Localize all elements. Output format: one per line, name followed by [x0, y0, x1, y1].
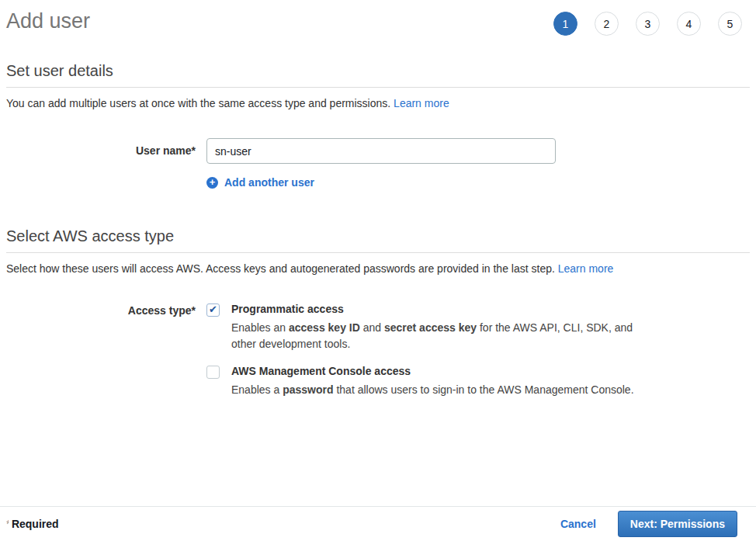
step-4-badge: 4 [677, 12, 701, 36]
desc-bold: secret access key [384, 321, 477, 334]
access-type-section: Select AWS access type Select how these … [6, 227, 750, 398]
access-type-intro: Select how these users will access AWS. … [6, 262, 750, 275]
next-permissions-button[interactable]: Next: Permissions [618, 511, 737, 537]
wizard-step-indicator: 1 2 3 4 5 [553, 9, 742, 36]
console-access-title: AWS Management Console access [231, 365, 634, 378]
user-details-intro: You can add multiple users at once with … [6, 97, 750, 109]
plus-circle-icon [206, 177, 218, 189]
access-type-label: Access type* [6, 303, 196, 398]
console-access-description: Enables a password that allows users to … [231, 382, 634, 398]
desc-bold: password [283, 383, 333, 396]
user-details-intro-text: You can add multiple users at once with … [6, 97, 390, 109]
programmatic-access-description: Enables an access key ID and secret acce… [231, 320, 643, 352]
add-another-user-label: Add another user [224, 176, 314, 189]
wizard-footer: * Required Cancel Next: Permissions [0, 506, 756, 541]
step-5-badge: 5 [718, 12, 742, 36]
user-name-label: User name* [6, 138, 196, 164]
console-access-checkbox[interactable] [206, 366, 220, 379]
desc-text: Enables a [231, 383, 283, 396]
learn-more-link-access[interactable]: Learn more [558, 262, 614, 275]
learn-more-link-users[interactable]: Learn more [394, 97, 449, 109]
required-note: * Required [6, 518, 59, 530]
option-console-access: AWS Management Console access Enables a … [206, 365, 750, 398]
step-2-badge: 2 [595, 12, 619, 36]
set-user-details-section: Set user details You can add multiple us… [6, 62, 750, 189]
required-asterisk: * [6, 518, 9, 530]
programmatic-access-checkbox[interactable] [206, 303, 220, 317]
set-user-details-heading: Set user details [6, 62, 750, 88]
step-1-badge: 1 [553, 12, 577, 36]
user-name-input[interactable] [206, 138, 556, 164]
programmatic-access-title: Programmatic access [231, 303, 643, 316]
desc-bold: access key ID [289, 321, 360, 334]
desc-text: that allows users to sign-in to the AWS … [334, 383, 634, 396]
required-label: Required [12, 518, 59, 530]
desc-text: and [360, 321, 384, 334]
option-programmatic-access: Programmatic access Enables an access ke… [206, 303, 750, 352]
desc-text: Enables an [231, 321, 289, 334]
page-header: Add user 1 2 3 4 5 [0, 0, 756, 36]
page-title: Add user [6, 9, 90, 33]
add-another-user-button[interactable]: Add another user [206, 176, 314, 189]
access-type-heading: Select AWS access type [6, 227, 750, 253]
step-3-badge: 3 [636, 12, 660, 36]
cancel-button[interactable]: Cancel [560, 518, 596, 530]
access-type-intro-text: Select how these users will access AWS. … [6, 262, 555, 275]
